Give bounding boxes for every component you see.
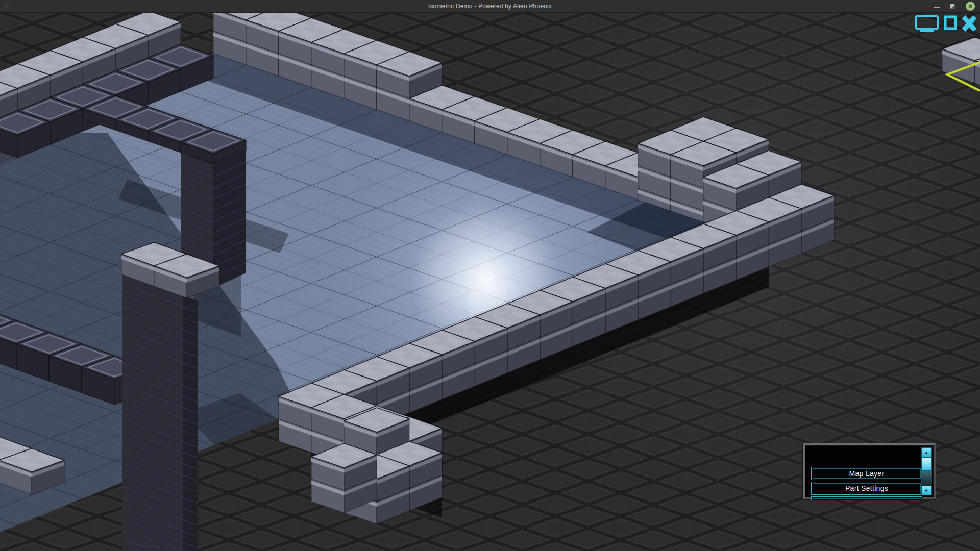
scroll-down-button[interactable]: ▼ (921, 486, 932, 495)
part-settings-button[interactable]: Part Settings (811, 482, 922, 495)
close-x-icon[interactable] (962, 15, 977, 32)
window-title: Isometric Demo - Powered by Alien Phoeni… (0, 3, 980, 10)
map-layer-button[interactable]: Map Layer (811, 467, 922, 480)
titlebar[interactable]: Isometric Demo - Powered by Alien Phoeni… (0, 0, 980, 13)
restore-button[interactable] (950, 4, 955, 9)
monitor-icon[interactable] (915, 15, 939, 32)
scroll-thumb[interactable] (921, 457, 932, 471)
minimize-button[interactable] (934, 7, 940, 8)
close-button[interactable]: ✕ (966, 2, 975, 11)
window-icon[interactable] (944, 15, 957, 31)
scroll-track[interactable] (921, 471, 932, 486)
hud-toolbar (915, 15, 977, 32)
scroll-up-button[interactable]: ▲ (921, 447, 932, 457)
settings-panel: Map Layer Part Settings ▲ ▼ (803, 443, 936, 499)
structure-left-pillar (122, 273, 198, 551)
structure-se-cluster-b (311, 443, 377, 513)
panel-scrollbar: ▲ ▼ (921, 447, 932, 495)
app-window: Isometric Demo - Powered by Alien Phoeni… (0, 0, 980, 551)
clipped-button[interactable] (811, 496, 922, 500)
